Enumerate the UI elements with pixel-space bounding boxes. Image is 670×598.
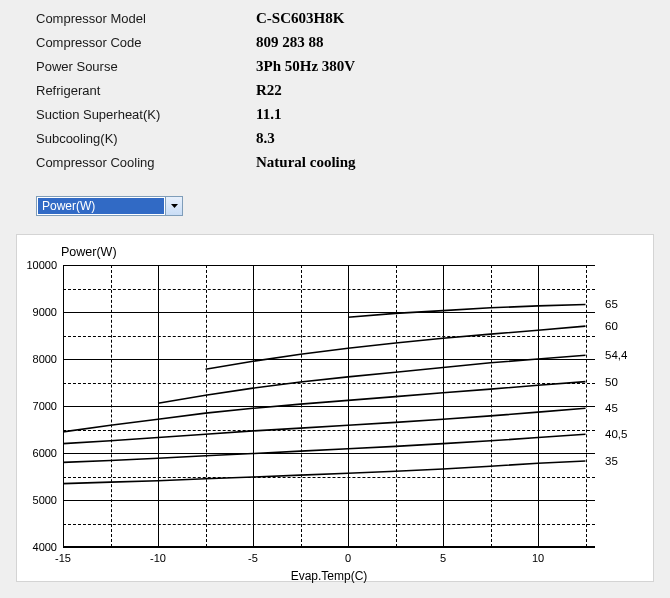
- spec-label: Compressor Code: [36, 35, 256, 50]
- spec-label: Power Sourse: [36, 59, 256, 74]
- grid-line-v: [301, 265, 302, 547]
- spec-value: 8.3: [256, 130, 275, 147]
- y-tick-label: 9000: [33, 306, 63, 318]
- x-tick-label: 0: [345, 547, 351, 564]
- spec-table: Compressor Model C-SC603H8K Compressor C…: [0, 0, 670, 190]
- grid-line-h: [63, 359, 595, 360]
- spec-value: C-SC603H8K: [256, 10, 344, 27]
- spec-label: Refrigerant: [36, 83, 256, 98]
- grid-line-h: [63, 430, 595, 431]
- series-label: 35: [595, 455, 618, 467]
- chart-x-axis-label: Evap.Temp(C): [291, 547, 368, 583]
- x-tick-label: -5: [248, 547, 258, 564]
- series-label: 50: [595, 376, 618, 388]
- grid-line-v: [206, 265, 207, 547]
- y-tick-label: 7000: [33, 400, 63, 412]
- spec-row: Power Sourse 3Ph 50Hz 380V: [36, 58, 670, 75]
- chart-plot-area: Evap.Temp(C) 400050006000700080009000100…: [63, 265, 595, 547]
- x-tick-label: -10: [150, 547, 166, 564]
- spec-row: Compressor Code 809 283 88: [36, 34, 670, 51]
- grid-line-v: [111, 265, 112, 547]
- chart-metric-dropdown[interactable]: Power(W): [36, 196, 183, 216]
- grid-line-v: [443, 265, 444, 547]
- series-line: [158, 355, 586, 403]
- x-tick-label: 5: [440, 547, 446, 564]
- grid-line-h: [63, 265, 595, 266]
- grid-line-h: [63, 383, 595, 384]
- grid-line-v: [586, 265, 587, 547]
- spec-label: Suction Superheat(K): [36, 107, 256, 122]
- grid-line-v: [63, 265, 64, 547]
- spec-row: Compressor Cooling Natural cooling: [36, 154, 670, 171]
- grid-line-v: [348, 265, 349, 547]
- y-tick-label: 6000: [33, 447, 63, 459]
- series-label: 54,4: [595, 349, 627, 361]
- series-line: [63, 461, 586, 484]
- y-tick-label: 5000: [33, 494, 63, 506]
- spec-label: Subcooling(K): [36, 131, 256, 146]
- grid-line-h: [63, 312, 595, 313]
- series-label: 40,5: [595, 428, 627, 440]
- grid-line-v: [253, 265, 254, 547]
- y-tick-label: 10000: [26, 259, 63, 271]
- spec-row: Compressor Model C-SC603H8K: [36, 10, 670, 27]
- spec-value: 3Ph 50Hz 380V: [256, 58, 355, 75]
- series-label: 45: [595, 402, 618, 414]
- y-tick-label: 8000: [33, 353, 63, 365]
- grid-line-h: [63, 477, 595, 478]
- grid-line-h: [63, 547, 595, 548]
- series-line: [348, 305, 586, 318]
- spec-value: 11.1: [256, 106, 281, 123]
- spec-value: R22: [256, 82, 282, 99]
- grid-line-h: [63, 289, 595, 290]
- grid-line-v: [491, 265, 492, 547]
- grid-line-h: [63, 406, 595, 407]
- spec-row: Suction Superheat(K) 11.1: [36, 106, 670, 123]
- chart-title: Power(W): [61, 245, 117, 259]
- grid-line-h: [63, 524, 595, 525]
- grid-line-h: [63, 336, 595, 337]
- chevron-down-icon[interactable]: [165, 197, 182, 215]
- dropdown-selected-text: Power(W): [38, 198, 164, 214]
- grid-line-v: [396, 265, 397, 547]
- grid-line-v: [158, 265, 159, 547]
- grid-line-h: [63, 500, 595, 501]
- spec-label: Compressor Model: [36, 11, 256, 26]
- x-tick-label: -15: [55, 547, 71, 564]
- series-label: 65: [595, 298, 618, 310]
- x-tick-label: 10: [532, 547, 544, 564]
- grid-line-h: [63, 453, 595, 454]
- spec-label: Compressor Cooling: [36, 155, 256, 170]
- series-label: 60: [595, 320, 618, 332]
- spec-row: Refrigerant R22: [36, 82, 670, 99]
- spec-value: Natural cooling: [256, 154, 356, 171]
- spec-row: Subcooling(K) 8.3: [36, 130, 670, 147]
- chart-panel: Power(W) Evap.Temp(C) 400050006000700080…: [16, 234, 654, 582]
- spec-value: 809 283 88: [256, 34, 324, 51]
- grid-line-v: [538, 265, 539, 547]
- series-line: [63, 408, 586, 443]
